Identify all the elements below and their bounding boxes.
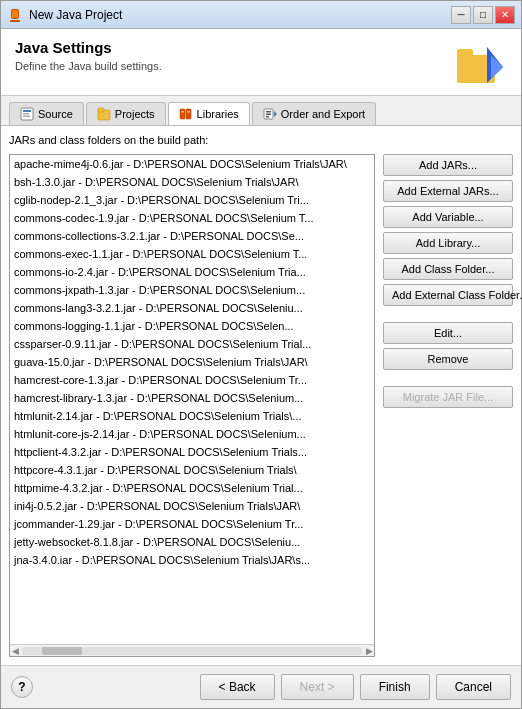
page-subtitle: Define the Java build settings. (15, 60, 162, 72)
spacer2 (383, 374, 513, 382)
migrate-jar-button[interactable]: Migrate JAR File... (383, 386, 513, 408)
svg-rect-16 (187, 111, 190, 113)
svg-rect-12 (98, 108, 104, 112)
java-icon (7, 7, 23, 23)
title-bar-controls: ─ □ ✕ (451, 6, 515, 24)
list-item[interactable]: commons-lang3-3.2.1.jar - D:\PERSONAL DO… (10, 299, 374, 317)
svg-rect-20 (266, 116, 269, 118)
add-variable-button[interactable]: Add Variable... (383, 206, 513, 228)
svg-rect-19 (266, 114, 271, 116)
libraries-tab-icon (179, 107, 193, 121)
folder-arrow-icon (455, 39, 507, 87)
buttons-panel: Add JARs... Add External JARs... Add Var… (383, 154, 513, 657)
list-item[interactable]: commons-logging-1.1.jar - D:\PERSONAL DO… (10, 317, 374, 335)
scrollbar-track (22, 647, 362, 655)
list-item[interactable]: hamcrest-core-1.3.jar - D:\PERSONAL DOCS… (10, 371, 374, 389)
add-class-folder-button[interactable]: Add Class Folder... (383, 258, 513, 280)
tab-source-label: Source (38, 108, 73, 120)
list-item[interactable]: ini4j-0.5.2.jar - D:\PERSONAL DOCS\Selen… (10, 497, 374, 515)
list-item[interactable]: commons-jxpath-1.3.jar - D:\PERSONAL DOC… (10, 281, 374, 299)
svg-rect-4 (457, 49, 473, 57)
source-tab-icon (20, 107, 34, 121)
tab-order-export[interactable]: Order and Export (252, 102, 376, 125)
list-item[interactable]: commons-io-2.4.jar - D:\PERSONAL DOCS\Se… (10, 263, 374, 281)
list-item[interactable]: jcommander-1.29.jar - D:\PERSONAL DOCS\S… (10, 515, 374, 533)
list-item[interactable]: commons-exec-1.1.jar - D:\PERSONAL DOCS\… (10, 245, 374, 263)
header-icon (455, 39, 507, 87)
content-area: JARs and class folders on the build path… (1, 126, 521, 665)
help-button[interactable]: ? (11, 676, 33, 698)
next-button[interactable]: Next > (281, 674, 354, 700)
list-item[interactable]: cglib-nodep-2.1_3.jar - D:\PERSONAL DOCS… (10, 191, 374, 209)
add-external-class-folder-button[interactable]: Add External Class Folder... (383, 284, 513, 306)
svg-marker-6 (491, 55, 503, 79)
order-export-tab-icon (263, 107, 277, 121)
svg-rect-9 (23, 113, 29, 115)
bottom-bar-right: < Back Next > Finish Cancel (200, 674, 511, 700)
cancel-button[interactable]: Cancel (436, 674, 511, 700)
svg-rect-18 (266, 111, 271, 113)
finish-button[interactable]: Finish (360, 674, 430, 700)
bottom-bar: ? < Back Next > Finish Cancel (1, 665, 521, 708)
jar-list-container: apache-mime4j-0.6.jar - D:\PERSONAL DOCS… (9, 154, 375, 657)
list-item[interactable]: cssparser-0.9.11.jar - D:\PERSONAL DOCS\… (10, 335, 374, 353)
edit-button[interactable]: Edit... (383, 322, 513, 344)
list-item[interactable]: commons-codec-1.9.jar - D:\PERSONAL DOCS… (10, 209, 374, 227)
list-item[interactable]: jetty-websocket-8.1.8.jar - D:\PERSONAL … (10, 533, 374, 551)
svg-rect-15 (181, 111, 184, 113)
list-item[interactable]: guava-15.0.jar - D:\PERSONAL DOCS\Seleni… (10, 353, 374, 371)
tabs-area: Source Projects Libraries (1, 96, 521, 126)
list-item[interactable]: apache-mime4j-0.6.jar - D:\PERSONAL DOCS… (10, 155, 374, 173)
spacer (383, 310, 513, 318)
header-text: Java Settings Define the Java build sett… (15, 39, 162, 72)
list-item[interactable]: jna-3.4.0.iar - D:\PERSONAL DOCS\Seleniu… (10, 551, 374, 569)
tab-projects-label: Projects (115, 108, 155, 120)
back-button[interactable]: < Back (200, 674, 275, 700)
tab-order-export-label: Order and Export (281, 108, 365, 120)
svg-rect-13 (180, 109, 185, 119)
section-label: JARs and class folders on the build path… (9, 134, 513, 146)
title-bar-left: New Java Project (7, 7, 122, 23)
page-title: Java Settings (15, 39, 162, 56)
close-button[interactable]: ✕ (495, 6, 515, 24)
main-panel: apache-mime4j-0.6.jar - D:\PERSONAL DOCS… (9, 154, 513, 657)
svg-marker-21 (274, 111, 277, 117)
svg-rect-10 (23, 116, 30, 118)
list-item[interactable]: bsh-1.3.0.jar - D:\PERSONAL DOCS\Seleniu… (10, 173, 374, 191)
projects-tab-icon (97, 107, 111, 121)
list-item[interactable]: httpclient-4.3.2.jar - D:\PERSONAL DOCS\… (10, 443, 374, 461)
list-item[interactable]: httpcore-4.3.1.jar - D:\PERSONAL DOCS\Se… (10, 461, 374, 479)
header-area: Java Settings Define the Java build sett… (1, 29, 521, 96)
list-item[interactable]: commons-collections-3.2.1.jar - D:\PERSO… (10, 227, 374, 245)
list-item[interactable]: htmlunit-core-js-2.14.jar - D:\PERSONAL … (10, 425, 374, 443)
list-item[interactable]: htmlunit-2.14.jar - D:\PERSONAL DOCS\Sel… (10, 407, 374, 425)
svg-rect-8 (23, 110, 31, 112)
svg-rect-2 (10, 20, 20, 22)
minimize-button[interactable]: ─ (451, 6, 471, 24)
remove-button[interactable]: Remove (383, 348, 513, 370)
scrollbar-thumb (42, 647, 82, 655)
tab-libraries[interactable]: Libraries (168, 102, 250, 125)
window-title: New Java Project (29, 8, 122, 22)
horizontal-scrollbar[interactable]: ◀ ▶ (10, 644, 374, 656)
add-jars-button[interactable]: Add JARs... (383, 154, 513, 176)
tab-source[interactable]: Source (9, 102, 84, 125)
add-external-jars-button[interactable]: Add External JARs... (383, 180, 513, 202)
list-item[interactable]: httpmime-4.3.2.jar - D:\PERSONAL DOCS\Se… (10, 479, 374, 497)
title-bar: New Java Project ─ □ ✕ (1, 1, 521, 29)
jar-list-scroll[interactable]: apache-mime4j-0.6.jar - D:\PERSONAL DOCS… (10, 155, 374, 644)
add-library-button[interactable]: Add Library... (383, 232, 513, 254)
main-window: New Java Project ─ □ ✕ Java Settings Def… (0, 0, 522, 709)
tab-projects[interactable]: Projects (86, 102, 166, 125)
svg-rect-14 (186, 109, 191, 119)
maximize-button[interactable]: □ (473, 6, 493, 24)
tab-libraries-label: Libraries (197, 108, 239, 120)
list-item[interactable]: hamcrest-library-1.3.jar - D:\PERSONAL D… (10, 389, 374, 407)
svg-rect-1 (12, 10, 18, 18)
